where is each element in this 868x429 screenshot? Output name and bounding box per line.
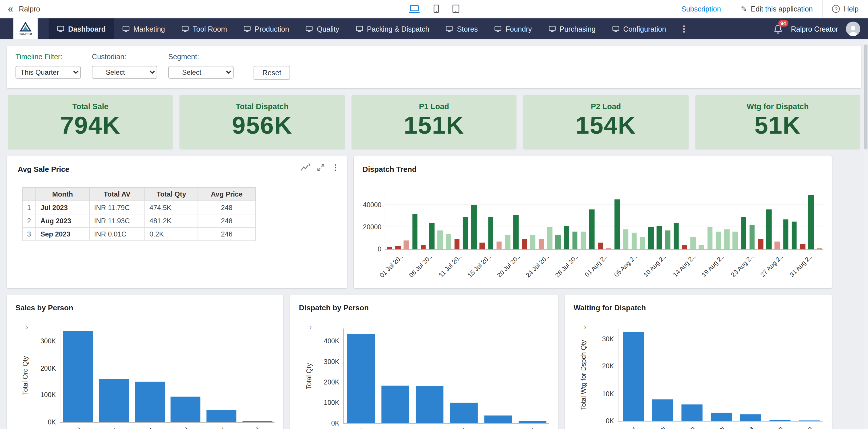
- bar[interactable]: [556, 235, 561, 249]
- bar[interactable]: [741, 217, 746, 250]
- nav-item-marketing[interactable]: Marketing: [114, 19, 173, 39]
- notifications-button[interactable]: 94: [773, 24, 783, 34]
- kpi-card-total-dispatch[interactable]: Total Dispatch956K: [180, 95, 345, 150]
- bar[interactable]: [775, 242, 780, 250]
- kpi-card-wtg-for-dispatch[interactable]: Wtg for Dispatch51K: [695, 95, 860, 150]
- bar[interactable]: [450, 403, 477, 423]
- bar[interactable]: [485, 416, 512, 423]
- bar[interactable]: [514, 215, 519, 250]
- bar[interactable]: [766, 209, 772, 250]
- scrollbar[interactable]: [864, 40, 868, 429]
- bar[interactable]: [769, 420, 790, 421]
- nav-item-quality[interactable]: Quality: [298, 19, 347, 39]
- bar[interactable]: [733, 232, 738, 250]
- bar[interactable]: [347, 334, 375, 423]
- expand-icon[interactable]: [317, 164, 324, 171]
- timeline-filter-select[interactable]: This Quarter: [16, 66, 81, 79]
- bar[interactable]: [716, 232, 721, 250]
- bar[interactable]: [622, 332, 644, 421]
- bar[interactable]: [817, 248, 822, 250]
- bar[interactable]: [690, 237, 696, 249]
- segment-select[interactable]: --- Select ---: [168, 66, 234, 79]
- switch-to-chart-icon[interactable]: [301, 164, 310, 171]
- bar[interactable]: [135, 382, 165, 422]
- axis-chevron-icon[interactable]: ›: [26, 323, 28, 331]
- help-button[interactable]: ? Help: [823, 0, 868, 18]
- more-options-icon[interactable]: ⋮: [332, 163, 339, 172]
- bar[interactable]: [724, 229, 729, 249]
- bar[interactable]: [564, 226, 569, 250]
- bar[interactable]: [665, 230, 670, 250]
- bar[interactable]: [530, 235, 535, 249]
- nav-item-dashboard[interactable]: Dashboard: [49, 19, 114, 39]
- table-row[interactable]: 3Sep 2023INR 0.01C0.2K246: [22, 227, 255, 240]
- bar[interactable]: [800, 244, 805, 249]
- nav-item-stores[interactable]: Stores: [438, 19, 486, 39]
- bar[interactable]: [381, 385, 409, 423]
- column-header-month[interactable]: Month: [36, 188, 89, 201]
- bar[interactable]: [589, 209, 594, 250]
- bar[interactable]: [547, 227, 552, 249]
- back-icon[interactable]: «: [8, 4, 13, 14]
- bar[interactable]: [471, 205, 476, 249]
- bar[interactable]: [488, 217, 493, 250]
- bar[interactable]: [99, 379, 129, 422]
- bar[interactable]: [623, 229, 628, 249]
- bar[interactable]: [404, 240, 409, 250]
- nav-item-tool-room[interactable]: Tool Room: [173, 19, 235, 39]
- bar[interactable]: [242, 421, 272, 422]
- app-logo[interactable]: RALPRO: [13, 19, 38, 39]
- kpi-card-total-sale[interactable]: Total Sale794K: [8, 95, 173, 150]
- bar[interactable]: [749, 225, 754, 250]
- nav-item-packing-dispatch[interactable]: Packing & Dispatch: [347, 19, 438, 39]
- bar[interactable]: [454, 239, 459, 250]
- bar[interactable]: [606, 248, 611, 250]
- bar[interactable]: [581, 232, 586, 250]
- bar[interactable]: [170, 397, 200, 422]
- bar[interactable]: [783, 219, 788, 249]
- bar[interactable]: [522, 239, 527, 250]
- table-row[interactable]: 1Jul 2023INR 11.79C474.5K248: [22, 201, 255, 214]
- column-header-avg-price[interactable]: Avg Price: [198, 188, 255, 201]
- bar[interactable]: [395, 246, 401, 250]
- bar[interactable]: [429, 223, 434, 250]
- bar[interactable]: [648, 227, 653, 249]
- bar[interactable]: [711, 413, 732, 421]
- bar[interactable]: [539, 239, 544, 250]
- bar[interactable]: [674, 223, 679, 250]
- nav-overflow-icon[interactable]: ⋮: [675, 24, 694, 34]
- axis-chevron-icon[interactable]: ›: [584, 323, 586, 331]
- bar[interactable]: [652, 399, 673, 421]
- bar[interactable]: [412, 214, 417, 249]
- bar[interactable]: [63, 331, 93, 422]
- bar[interactable]: [740, 414, 761, 421]
- reset-button[interactable]: Reset: [253, 66, 290, 80]
- column-header-total-qty[interactable]: Total Qty: [145, 188, 198, 201]
- bar[interactable]: [446, 234, 451, 250]
- bar[interactable]: [799, 420, 819, 421]
- bar[interactable]: [416, 386, 443, 423]
- bar[interactable]: [681, 405, 702, 421]
- edit-application-button[interactable]: ✎ Edit this application: [731, 0, 823, 18]
- bar[interactable]: [463, 217, 468, 250]
- column-header-total-av[interactable]: Total AV: [89, 188, 145, 201]
- bar[interactable]: [707, 227, 712, 249]
- kpi-card-p2-load[interactable]: P2 Load154K: [523, 95, 688, 150]
- bar[interactable]: [699, 245, 704, 249]
- table-row[interactable]: 2Aug 2023INR 11.93C481.2K248: [22, 214, 255, 227]
- bar[interactable]: [758, 239, 763, 250]
- bar[interactable]: [387, 247, 392, 250]
- bar[interactable]: [657, 226, 662, 250]
- bar[interactable]: [809, 195, 814, 250]
- bar[interactable]: [615, 199, 620, 250]
- bar[interactable]: [496, 242, 502, 250]
- bar[interactable]: [519, 421, 547, 423]
- mobile-preview-icon[interactable]: [434, 4, 439, 13]
- nav-item-production[interactable]: Production: [236, 19, 298, 39]
- custodian-select[interactable]: --- Select ---: [92, 66, 157, 79]
- bar[interactable]: [631, 233, 637, 250]
- axis-chevron-icon[interactable]: ›: [309, 323, 312, 331]
- bar[interactable]: [479, 242, 485, 249]
- bar[interactable]: [640, 237, 645, 249]
- scrollbar-thumb[interactable]: [864, 44, 868, 149]
